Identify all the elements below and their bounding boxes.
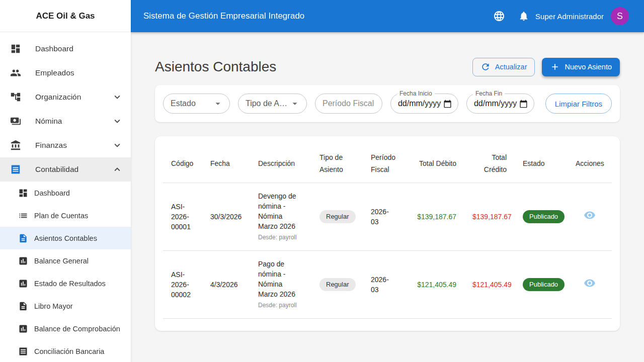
plus-icon: [550, 62, 560, 72]
cell-descripcion: Pago de nómina - Nómina Marzo 2026 Desde…: [250, 250, 311, 318]
cell-codigo: ASI-2026-00001: [163, 183, 202, 250]
sidebar-subitem-conciliacion-bancaria[interactable]: Conciliación Bancaria: [0, 340, 131, 362]
dropdown-arrow-icon: [212, 98, 223, 109]
list-icon: [18, 211, 28, 221]
status-badge: Publicado: [523, 210, 565, 223]
fecha-inicio-label: Fecha Inicio: [397, 90, 435, 97]
cell-total-debito: $121,405.49: [407, 250, 464, 318]
cell-total-credito: $139,187.67: [464, 183, 515, 250]
bank-icon: [10, 140, 21, 151]
refresh-icon: [480, 62, 491, 72]
cell-fecha: 30/3/2026: [202, 183, 250, 250]
chevron-down-icon: [112, 116, 123, 127]
sidebar-subitem-dashboard[interactable]: Dashboard: [0, 182, 131, 204]
bar-chart-icon: [18, 279, 28, 289]
cell-codigo: ASI-2026-00002: [163, 250, 202, 318]
sidebar-item-nomina[interactable]: Nómina: [0, 109, 131, 133]
notifications-bell-icon[interactable]: [518, 11, 529, 22]
view-eye-icon[interactable]: [584, 277, 596, 289]
sidebar-subitem-label: Balance General: [34, 257, 89, 265]
filters-bar: Estado Tipo de Asiento Fecha Inicio dd/m…: [155, 85, 620, 122]
sidebar-subitem-estado-de-resultados[interactable]: Estado de Resultados: [0, 272, 131, 295]
brand-title: ACE Oil & Gas: [0, 0, 131, 32]
descripcion-text: Devengo de nómina - Nómina Marzo 2026: [258, 191, 303, 231]
col-acciones: Acciones: [568, 144, 612, 183]
col-tipo-asiento: Tipo de Asiento: [311, 144, 363, 183]
sidebar: ACE Oil & Gas Dashboard Empleados Organi…: [0, 0, 131, 362]
dashboard-icon: [18, 188, 28, 198]
user-avatar[interactable]: S: [611, 7, 629, 25]
col-periodo-fiscal: Período Fiscal: [363, 144, 407, 183]
refresh-button[interactable]: Actualizar: [472, 58, 535, 76]
sidebar-subitem-label: Asientos Contables: [34, 234, 97, 242]
sidebar-subitem-label: Estado de Resultados: [34, 280, 106, 288]
sidebar-subitem-balance-de-comprobacion[interactable]: Balance de Comprobación: [0, 317, 131, 340]
status-badge: Publicado: [523, 278, 565, 291]
document-icon: [18, 301, 28, 311]
sidebar-subitem-libro-mayor[interactable]: Libro Mayor: [0, 295, 131, 317]
sidebar-item-label: Organización: [35, 93, 81, 102]
sidebar-subitem-label: Conciliación Bancaria: [34, 347, 104, 355]
col-fecha: Fecha: [202, 144, 250, 183]
document-icon: [18, 233, 28, 243]
col-estado: Estado: [515, 144, 568, 183]
refresh-button-label: Actualizar: [495, 63, 527, 71]
cell-tipo: Regular: [311, 250, 363, 318]
descripcion-origin: Desde: payroll: [258, 300, 303, 310]
sidebar-subitem-asientos-contables[interactable]: Asientos Contables: [0, 227, 131, 249]
descripcion-text: Pago de nómina - Nómina Marzo 2026: [258, 259, 303, 299]
table-row: ASI-2026-00002 4/3/2026 Pago de nómina -…: [163, 250, 612, 318]
sidebar-item-label: Empleados: [35, 68, 74, 77]
chevron-down-icon: [112, 140, 123, 151]
cell-estado: Publicado: [515, 183, 568, 250]
cell-descripcion: Devengo de nómina - Nómina Marzo 2026 De…: [250, 183, 311, 250]
sidebar-item-empleados[interactable]: Empleados: [0, 61, 131, 85]
estado-select-value: Estado: [171, 99, 196, 108]
appbar: Sistema de Gestión Empresarial Integrado…: [131, 0, 644, 32]
view-eye-icon[interactable]: [584, 209, 596, 221]
col-total-credito: Total Crédito: [464, 144, 515, 183]
cell-total-credito: $121,405.49: [464, 250, 515, 318]
clear-filters-button[interactable]: Limpiar Filtros: [545, 94, 612, 114]
fecha-fin-label: Fecha Fin: [473, 90, 505, 97]
main-content: Asientos Contables Actualizar Nuevo Asie…: [131, 0, 644, 331]
page-header: Asientos Contables Actualizar Nuevo Asie…: [155, 57, 620, 77]
new-entry-button[interactable]: Nuevo Asiento: [542, 58, 620, 76]
bar-chart-icon: [18, 256, 28, 266]
sidebar-subitem-label: Plan de Cuentas: [34, 212, 88, 220]
cell-periodo: 2026-03: [363, 183, 407, 250]
cell-tipo: Regular: [311, 183, 363, 250]
col-descripcion: Descripción: [250, 144, 311, 183]
bar-chart-icon: [18, 324, 28, 334]
sidebar-item-dashboard[interactable]: Dashboard: [0, 37, 131, 61]
chevron-down-icon: [112, 92, 123, 103]
user-name: Super Administrador: [535, 12, 604, 21]
sidebar-subitem-label: Libro Mayor: [34, 302, 73, 310]
fecha-fin-field[interactable]: Fecha Fin dd/mm/yyyy: [466, 94, 534, 114]
sidebar-item-finanzas[interactable]: Finanzas: [0, 133, 131, 157]
descripcion-origin: Desde: payroll: [258, 232, 303, 242]
calendar-icon[interactable]: [443, 100, 452, 108]
chevron-up-icon: [112, 164, 123, 175]
appbar-right: Super Administrador S: [493, 7, 629, 25]
sidebar-subitem-balance-general[interactable]: Balance General: [0, 249, 131, 272]
sidebar-item-label: Finanzas: [35, 141, 67, 150]
sidebar-subitem-label: Dashboard: [34, 189, 70, 197]
new-entry-button-label: Nuevo Asiento: [565, 63, 612, 71]
sidebar-item-contabilidad[interactable]: Contabilidad: [0, 157, 131, 182]
entries-table: Código Fecha Descripción Tipo de Asiento…: [163, 144, 612, 319]
dropdown-arrow-icon: [289, 98, 300, 109]
col-total-debito: Total Débito: [407, 144, 464, 183]
periodo-fiscal-input[interactable]: [315, 94, 382, 114]
fecha-inicio-field[interactable]: Fecha Inicio dd/mm/yyyy: [390, 94, 458, 114]
table-row: ASI-2026-00001 30/3/2026 Devengo de nómi…: [163, 183, 612, 250]
people-icon: [10, 67, 21, 78]
estado-select[interactable]: Estado: [163, 94, 230, 114]
col-codigo: Código: [163, 144, 202, 183]
sidebar-item-organizacion[interactable]: Organización: [0, 85, 131, 109]
cell-total-debito: $139,187.67: [407, 183, 464, 250]
language-globe-icon[interactable]: [493, 10, 505, 22]
sidebar-subitem-plan-de-cuentas[interactable]: Plan de Cuentas: [0, 204, 131, 227]
calendar-icon[interactable]: [519, 100, 528, 108]
tipo-asiento-select[interactable]: Tipo de Asiento: [238, 94, 307, 114]
